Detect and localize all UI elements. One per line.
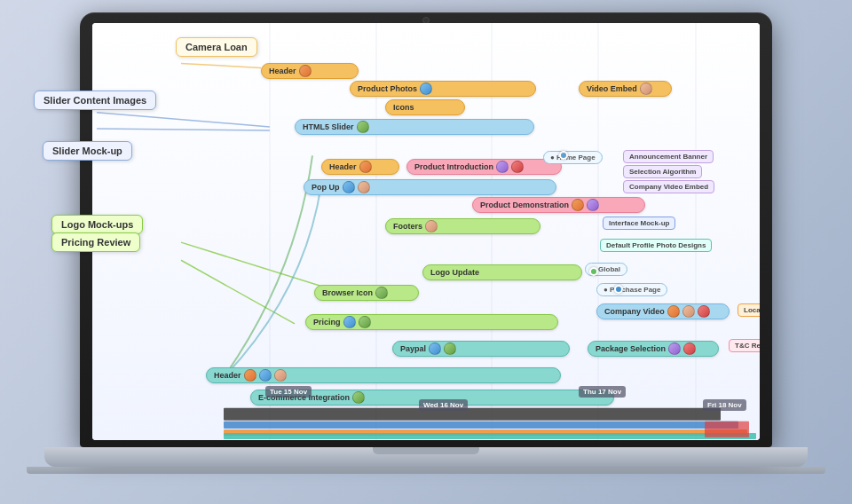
task-browser-icon[interactable]: Browser Icon bbox=[314, 285, 419, 301]
date-label-tue: Tue 15 Nov bbox=[265, 386, 312, 398]
small-label-tc-review: T&C Review bbox=[729, 339, 760, 352]
svg-rect-13 bbox=[224, 433, 756, 439]
date-label-fri: Fri 18 Nov bbox=[703, 399, 746, 411]
task-header2[interactable]: Header bbox=[321, 159, 399, 175]
task-header1[interactable]: Header bbox=[261, 63, 359, 79]
task-icons[interactable]: Icons bbox=[385, 99, 465, 115]
node-dot-global bbox=[589, 267, 598, 276]
small-label-selection: Selection Algorithm bbox=[623, 165, 702, 178]
laptop-container: Camera Loan Slider Content Images Slider… bbox=[44, 12, 808, 492]
task-logo-update[interactable]: Logo Update bbox=[422, 264, 582, 280]
svg-rect-11 bbox=[224, 421, 738, 429]
task-product-intro[interactable]: Product Introduction bbox=[406, 159, 562, 175]
floating-label-camera-loan: Camera Loan bbox=[176, 37, 257, 57]
svg-line-2 bbox=[97, 129, 270, 130]
floating-label-logo-mockups: Logo Mock-ups bbox=[51, 215, 143, 234]
small-label-announcement: Announcement Banner bbox=[623, 150, 714, 163]
task-header3[interactable]: Header bbox=[206, 367, 561, 383]
svg-rect-10 bbox=[224, 408, 721, 421]
floating-label-pricing-review: Pricing Review bbox=[51, 232, 140, 252]
task-product-demo[interactable]: Product Demonstration bbox=[472, 197, 645, 213]
task-product-photos[interactable]: Product Photos bbox=[350, 81, 536, 97]
floating-label-slider-content: Slider Content Images bbox=[34, 91, 156, 110]
svg-rect-12 bbox=[224, 429, 747, 436]
svg-line-0 bbox=[181, 63, 261, 67]
node-dot-purchase bbox=[614, 285, 623, 294]
task-footers[interactable]: Footers bbox=[385, 218, 540, 234]
screen-inner: Header Product Photos Video Embed Icons … bbox=[92, 23, 760, 440]
laptop-base bbox=[44, 447, 808, 467]
date-label-thu: Thu 17 Nov bbox=[579, 386, 626, 398]
laptop-bottom-bar bbox=[27, 467, 825, 474]
svg-rect-14 bbox=[705, 421, 749, 437]
date-label-wed: Wed 16 Nov bbox=[419, 399, 468, 411]
task-html5-slider[interactable]: HTML5 Slider bbox=[295, 119, 534, 135]
task-pricing[interactable]: Pricing bbox=[305, 314, 558, 330]
laptop-screen: Header Product Photos Video Embed Icons … bbox=[80, 12, 772, 447]
screen-content: Header Product Photos Video Embed Icons … bbox=[92, 23, 760, 440]
page-label-purchase: ● Purchase Page bbox=[596, 283, 667, 296]
small-label-default-profile: Default Profile Photo Designs bbox=[600, 239, 712, 252]
svg-line-4 bbox=[181, 260, 295, 324]
floating-label-slider-mockup: Slider Mock-up bbox=[43, 141, 132, 161]
page-label-home: ● Home Page bbox=[543, 151, 603, 164]
small-label-company-embed: Company Video Embed bbox=[623, 180, 714, 193]
task-popup[interactable]: Pop Up bbox=[304, 179, 556, 195]
small-label-interface-mockup: Interface Mock-up bbox=[603, 217, 675, 230]
task-company-video[interactable]: Company Video bbox=[596, 303, 730, 319]
svg-line-1 bbox=[97, 113, 270, 127]
small-label-location: Location bbox=[738, 303, 760, 317]
task-package-selection[interactable]: Package Selection bbox=[588, 341, 719, 357]
node-dot-home bbox=[559, 151, 568, 160]
task-paypal[interactable]: Paypal bbox=[392, 341, 570, 357]
task-video-embed[interactable]: Video Embed bbox=[579, 81, 672, 97]
